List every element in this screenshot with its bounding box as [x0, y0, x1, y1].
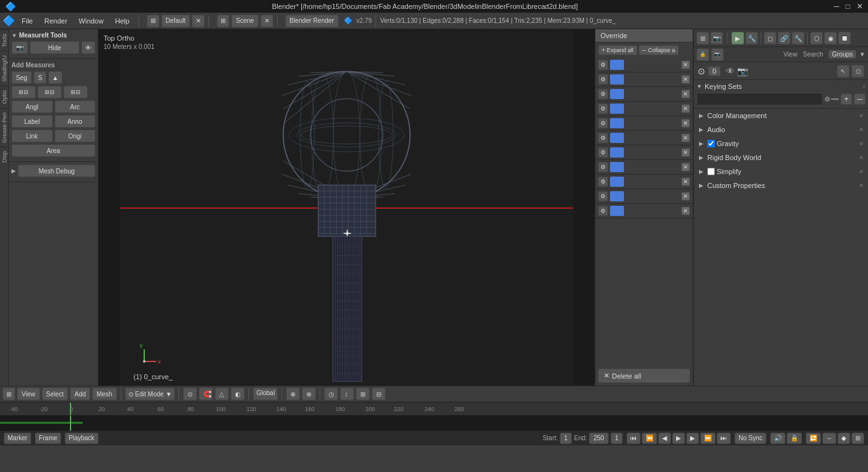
groups-btn[interactable]: Groups [829, 50, 856, 58]
vtab-options[interactable]: Optio [0, 86, 8, 108]
keying-menu-icon[interactable]: ≡ [862, 83, 865, 90]
modifier-gear-7[interactable]: ⚙ [598, 147, 608, 158]
mirror-btn[interactable]: ↕ [340, 388, 354, 400]
modifier-gear-8[interactable]: ⚙ [598, 162, 608, 172]
playback-btn[interactable]: Playback [65, 433, 98, 444]
area-btn[interactable]: Area [11, 144, 95, 157]
overlay-btn[interactable]: ⊟ [372, 388, 386, 400]
vtab-shading[interactable]: Shading/U [0, 51, 8, 86]
modifier-gear-6[interactable]: ⚙ [598, 133, 608, 143]
simplify-menu[interactable]: ≡ [860, 168, 863, 175]
icon-btn-2[interactable]: ⊞⊟ [37, 86, 62, 98]
viewport[interactable]: Top Ortho 10 Meters x 0.001 [98, 29, 595, 386]
mode-select-btn[interactable]: ⊙ Edit Mode ▼ [125, 388, 175, 400]
snap-elem-btn[interactable]: ◐ [231, 388, 245, 400]
marker-btn[interactable]: Marker [4, 433, 31, 444]
bounce-btn[interactable]: ↔ [822, 433, 836, 444]
no-sync-btn[interactable]: No Sync [735, 433, 766, 444]
jump-end-btn[interactable]: ⏭ [717, 433, 731, 444]
mesh-menu-btn[interactable]: Mesh [92, 388, 116, 400]
keyframe-type-btn[interactable]: ◆ [837, 433, 850, 444]
close-btn[interactable]: ✕ [857, 2, 863, 11]
select-icon[interactable]: ◻ [851, 65, 864, 78]
snapping-btn[interactable]: 🧲 [199, 388, 213, 400]
maximize-btn[interactable]: □ [846, 2, 850, 11]
section-color-management[interactable]: ▶ Color Management ≡ [694, 109, 868, 123]
modifier-gear-10[interactable]: ⚙ [598, 191, 608, 201]
anno-btn[interactable]: Anno [55, 115, 96, 128]
view-menu-btn[interactable]: View [17, 388, 40, 400]
workspace-close[interactable]: ✕ [192, 15, 205, 27]
props-world-btn[interactable]: 🔧 [745, 32, 758, 44]
end-frame-input[interactable]: 250 [589, 433, 609, 444]
frame-dropping-btn[interactable]: ⊞ [851, 433, 864, 444]
menu-help[interactable]: Help [110, 16, 135, 26]
vtab-tools[interactable]: Tools [0, 29, 8, 51]
modifier-gear-9[interactable]: ⚙ [598, 177, 608, 187]
props-data-btn[interactable]: ⬡ [810, 32, 823, 44]
props-constraints-btn[interactable]: 🔗 [778, 32, 790, 44]
modifier-gear-2[interactable]: ⚙ [598, 74, 608, 84]
audio-menu[interactable]: ≡ [860, 126, 863, 133]
label-btn[interactable]: Label [11, 115, 53, 128]
delete-all-btn[interactable]: ✕ Delete all [598, 368, 690, 383]
viewport-type-btn[interactable]: ⊞ [3, 388, 15, 400]
search-btn[interactable]: Search [803, 51, 824, 58]
menu-window[interactable]: Window [74, 16, 109, 26]
icon-btn-3[interactable]: ⊞⊟ [64, 86, 88, 98]
scene-icon-btn[interactable]: ⊞ [217, 15, 229, 27]
props-object-btn[interactable]: ◻ [764, 32, 776, 44]
hide-icon-btn[interactable]: 👁 [81, 41, 95, 54]
gravity-checkbox[interactable] [707, 140, 715, 147]
seg-btn[interactable]: Seg [11, 71, 32, 84]
vtab-grease[interactable]: Grease Pen [0, 108, 8, 147]
modifier-remove-1[interactable]: ✕ [681, 60, 690, 69]
modifier-remove-8[interactable]: ✕ [681, 163, 690, 172]
keying-add-btn[interactable]: + [841, 93, 852, 105]
view-btn[interactable]: View [783, 51, 797, 58]
modifier-remove-6[interactable]: ✕ [681, 133, 690, 142]
grid-btn[interactable]: ⊞ [356, 388, 370, 400]
select-menu-btn[interactable]: Select [42, 388, 69, 400]
snap-type-btn[interactable]: △ [215, 388, 229, 400]
props-modifier-btn[interactable]: 🔧 [792, 32, 804, 44]
modifier-gear-11[interactable]: ⚙ [598, 206, 608, 216]
props-render-btn[interactable]: ▶ [731, 32, 744, 44]
keying-search-input[interactable] [696, 93, 823, 105]
link-btn[interactable]: Link [11, 130, 53, 142]
modifier-remove-4[interactable]: ✕ [681, 104, 690, 113]
modifier-remove-10[interactable]: ✕ [681, 192, 690, 201]
scene-close[interactable]: ✕ [261, 15, 273, 27]
modifier-remove-11[interactable]: ✕ [681, 206, 690, 215]
engine-select[interactable]: Blender Render [285, 15, 339, 27]
modifier-remove-3[interactable]: ✕ [681, 90, 690, 98]
global-select[interactable]: Global [253, 388, 278, 400]
simplify-checkbox[interactable] [707, 168, 715, 175]
section-audio[interactable]: ▶ Audio ≡ [694, 123, 868, 137]
workspace-select[interactable]: Default [161, 15, 191, 27]
modifier-gear-5[interactable]: ⚙ [598, 118, 608, 128]
section-simplify[interactable]: ▶ Simplify ≡ [694, 165, 868, 179]
modifier-remove-5[interactable]: ✕ [681, 119, 690, 128]
modifier-remove-2[interactable]: ✕ [681, 75, 690, 84]
workspace-icon-btn[interactable]: ⊞ [147, 15, 159, 27]
frame-btn[interactable]: Frame [35, 433, 61, 444]
timeline-keyframe-area[interactable] [0, 415, 868, 430]
modifier-gear-4[interactable]: ⚙ [598, 104, 608, 114]
proportional-edit-btn[interactable]: ⊕ [286, 388, 300, 400]
gravity-menu[interactable]: ≡ [860, 140, 863, 147]
loop-btn[interactable]: 🔁 [806, 433, 821, 444]
rigid-body-menu[interactable]: ≡ [860, 154, 863, 161]
transform-origin-btn[interactable]: ⊙ [183, 388, 197, 400]
hide-btn[interactable]: Hide [30, 41, 79, 54]
modifier-gear-3[interactable]: ⚙ [598, 89, 608, 99]
section-gravity[interactable]: ▶ Gravity ≡ [694, 137, 868, 151]
props-renderlayer-btn[interactable]: ⊞ [696, 32, 709, 44]
menu-render[interactable]: Render [39, 16, 72, 26]
section-custom-properties[interactable]: ▶ Custom Properties ≡ [694, 179, 868, 192]
icon-btn-1[interactable]: ⊞⊟ [11, 86, 36, 98]
mesh-debug-btn[interactable]: Mesh Debug [18, 165, 95, 177]
start-frame-input[interactable]: 1 [560, 433, 573, 444]
lock-render-btn[interactable]: 🔒 [696, 48, 709, 61]
scene-select[interactable]: Scene [231, 15, 258, 27]
